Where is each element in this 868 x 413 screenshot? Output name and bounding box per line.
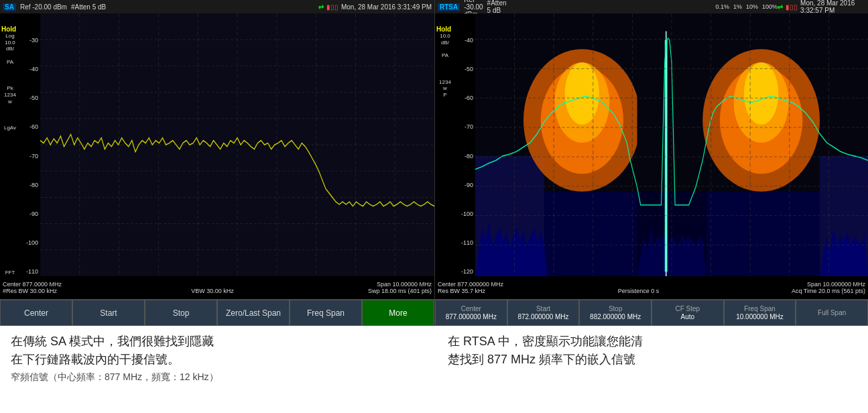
left-stop-button[interactable]: Stop bbox=[145, 300, 217, 326]
right-info-row2: Res BW 35.7 kHz Persistence 0 s Acq Time… bbox=[438, 288, 865, 294]
right-center-button[interactable]: Center 877.000000 MHz bbox=[435, 300, 507, 326]
right-full-span-button[interactable]: Full Span bbox=[796, 300, 868, 326]
left-y-axis: -30 -40 -50 -60 -70 -80 -90 -100 -110 bbox=[19, 13, 40, 276]
bottom-right-desc1: 在 RTSA 中，密度顯示功能讓您能清 bbox=[448, 333, 857, 351]
right-info-row1: Center 877.000000 MHz Span 10.000000 MHz bbox=[438, 281, 865, 288]
svg-point-33 bbox=[744, 62, 778, 125]
left-info-bar: Center 877.0000 MHz Span 10.00000 MHz #R… bbox=[0, 276, 434, 299]
bottom-section: 在傳統 SA 模式中，我們很難找到隱藏 在下行鏈路載波內的干擾信號。 窄頻信號（… bbox=[0, 326, 868, 413]
left-chart-svg bbox=[40, 13, 434, 276]
svg-rect-29 bbox=[666, 32, 667, 276]
left-info-row2: #Res BW 30.00 kHz VBW 30.00 kHz Swp 18.0… bbox=[3, 288, 432, 294]
bottom-left-desc2: 在下行鏈路載波內的干擾信號。 bbox=[11, 351, 421, 369]
network-icon: ⇄ bbox=[318, 3, 324, 11]
left-header-left: SA Ref -20.00 dBm #Atten 5 dB bbox=[3, 3, 106, 11]
right-full-span-label: Full Span bbox=[818, 309, 846, 317]
left-start-button[interactable]: Start bbox=[72, 300, 145, 326]
side-db-val: 10.0 bbox=[1, 40, 19, 46]
right-y4: -70 bbox=[454, 123, 475, 130]
right-atten-label: #Atten 5 dB bbox=[487, 0, 507, 14]
y-label-8: -100 bbox=[19, 239, 40, 246]
y-label-9: -110 bbox=[19, 268, 40, 275]
right-side-w: w bbox=[436, 85, 454, 92]
right-start-label: Start bbox=[536, 305, 550, 313]
left-ref-label: Ref -20.00 dBm bbox=[20, 3, 67, 11]
left-center-button[interactable]: Center bbox=[0, 300, 72, 326]
bottom-left-desc1: 在傳統 SA 模式中，我們很難找到隱藏 bbox=[11, 333, 421, 351]
right-hold-label: Hold bbox=[436, 25, 454, 33]
right-chart-svg bbox=[475, 13, 868, 276]
y-label-7: -90 bbox=[19, 211, 40, 217]
left-zero-span-button[interactable]: Zero/Last Span bbox=[217, 300, 290, 326]
left-timestamp: Mon, 28 Mar 2016 3:31:49 PM bbox=[341, 3, 432, 11]
right-y7: -100 bbox=[454, 211, 475, 217]
left-header-right: ⇄ ▮▯▯ Mon, 28 Mar 2016 3:31:49 PM bbox=[318, 3, 432, 11]
side-1234: 1234 bbox=[1, 92, 19, 99]
y-label-2: -40 bbox=[19, 66, 40, 72]
y-label-6: -80 bbox=[19, 182, 40, 188]
left-hold-label: Hold bbox=[1, 25, 19, 33]
right-side-labels: Hold 10.0 dB/ PA 1234 w P bbox=[435, 13, 454, 276]
y-label-3: -50 bbox=[19, 95, 40, 101]
side-w: w bbox=[1, 99, 19, 105]
side-pa1: PA bbox=[1, 59, 19, 66]
right-stop-button[interactable]: Stop 882.000000 MHz bbox=[579, 300, 652, 326]
pct-01: 0.1% bbox=[716, 3, 730, 10]
right-network-icon: ⇄ bbox=[778, 3, 783, 11]
right-y9: -120 bbox=[454, 268, 475, 275]
right-freq-span-label: Freq Span bbox=[744, 305, 776, 313]
left-freq-span-button[interactable]: Freq Span bbox=[290, 300, 362, 326]
left-vbw: VBW 30.00 kHz bbox=[191, 288, 234, 294]
left-span: Span 10.00000 MHz bbox=[377, 281, 432, 288]
right-y2: -50 bbox=[454, 66, 475, 72]
right-acq-time: Acq Time 20.0 ms (561 pts) bbox=[792, 288, 865, 294]
right-start-value: 872.000000 MHz bbox=[517, 313, 568, 321]
left-atten-label: #Atten 5 dB bbox=[71, 3, 106, 11]
left-sa-panel: SA Ref -20.00 dBm #Atten 5 dB ⇄ ▮▯▯ Mon,… bbox=[0, 0, 434, 326]
right-button-bar: Center 877.000000 MHz Start 872.000000 M… bbox=[435, 299, 868, 326]
right-side-1234: 1234 bbox=[436, 79, 454, 86]
right-chart-container bbox=[475, 13, 868, 276]
right-cf-step-value: Auto bbox=[681, 313, 695, 321]
pct-100: 100% bbox=[762, 3, 778, 10]
right-battery-icon: ▮▯▯ bbox=[786, 3, 798, 11]
left-center-freq: Center 877.0000 MHz bbox=[3, 281, 62, 288]
svg-point-25 bbox=[565, 62, 599, 125]
y-label-5: -70 bbox=[19, 153, 40, 160]
pct-1: 1% bbox=[733, 3, 742, 10]
right-y5: -80 bbox=[454, 153, 475, 160]
side-db-unit: dB/ bbox=[1, 46, 19, 52]
right-freq-span-button[interactable]: Freq Span 10.000000 MHz bbox=[724, 300, 796, 326]
bottom-right-desc2: 楚找到 877 MHz 頻率下的嵌入信號 bbox=[448, 351, 857, 369]
left-button-bar: Center Start Stop Zero/Last Span Freq Sp… bbox=[0, 299, 434, 326]
right-info-bar: Center 877.000000 MHz Span 10.000000 MHz… bbox=[435, 276, 868, 299]
side-pk: Pk bbox=[1, 85, 19, 92]
left-res-bw: #Res BW 30.00 kHz bbox=[3, 288, 57, 294]
right-header-right: ⇄ ▮▯▯ Mon, 28 Mar 2016 3:32:57 PM bbox=[778, 0, 865, 14]
bottom-left-desc3: 窄頻信號（中心頻率：877 MHz，頻寬：12 kHz） bbox=[11, 371, 421, 384]
bottom-right-text: 在 RTSA 中，密度顯示功能讓您能清 楚找到 877 MHz 頻率下的嵌入信號 bbox=[434, 333, 857, 406]
left-swp: Swp 18.00 ms (401 pts) bbox=[368, 288, 432, 294]
y-label-1: -30 bbox=[19, 37, 40, 44]
left-info-row1: Center 877.0000 MHz Span 10.00000 MHz bbox=[3, 281, 432, 288]
right-start-button[interactable]: Start 872.000000 MHz bbox=[507, 300, 580, 326]
right-span: Span 10.000000 MHz bbox=[807, 281, 865, 288]
right-freq-span-value: 10.000000 MHz bbox=[736, 313, 784, 321]
right-cf-step-label: CF Step bbox=[676, 305, 700, 313]
right-stop-label: Stop bbox=[609, 305, 623, 313]
right-header-bar: RTSA Ref -30.00 dBm #Atten 5 dB 0.1% 1% … bbox=[435, 0, 868, 13]
right-side-db-unit: dB/ bbox=[436, 40, 454, 46]
left-side-labels: Hold Log 10.0 dB/ PA Pk 1234 w LgAv FFT bbox=[0, 13, 19, 276]
left-chart-area: Hold Log 10.0 dB/ PA Pk 1234 w LgAv FFT … bbox=[0, 13, 434, 276]
right-center-freq: Center 877.000000 MHz bbox=[438, 281, 503, 288]
bottom-left-text: 在傳統 SA 模式中，我們很難找到隱藏 在下行鏈路載波內的干擾信號。 窄頻信號（… bbox=[11, 333, 434, 406]
left-more-button[interactable]: More bbox=[362, 300, 434, 326]
side-fft: FFT bbox=[1, 270, 19, 276]
right-side-p: P bbox=[436, 92, 454, 99]
right-mode-label: RTSA bbox=[438, 3, 460, 11]
right-cf-step-button[interactable]: CF Step Auto bbox=[652, 300, 724, 326]
right-y3: -60 bbox=[454, 95, 475, 101]
right-persistence: Persistence 0 s bbox=[618, 288, 660, 294]
side-log: Log bbox=[1, 33, 19, 40]
battery-icon: ▮▯▯ bbox=[326, 3, 338, 11]
